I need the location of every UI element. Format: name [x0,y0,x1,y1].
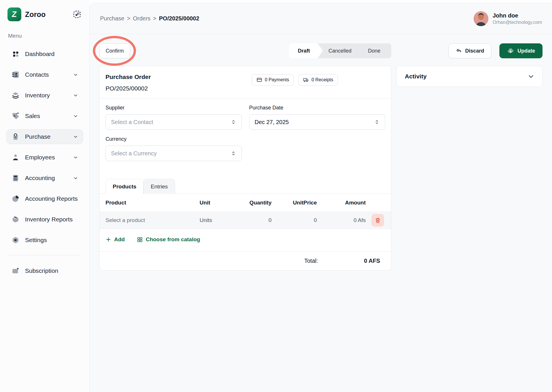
sidebar-item-employees[interactable]: Employees [6,150,83,165]
po-tabs: Products Entries [100,179,391,194]
add-row-button[interactable]: Add [106,236,125,243]
gear-icon [11,236,20,244]
brand-logo[interactable]: Z Zoroo [7,7,46,21]
brand-logo-icon: Z [7,7,21,21]
sidebar-item-inventory-reports[interactable]: Inventory Reports [6,212,83,227]
unit-cell[interactable]: Units [200,217,236,223]
payments-label: 0 Payments [265,77,289,82]
breadcrumb-separator: > [127,15,131,22]
activity-title: Activity [405,73,427,80]
user-menu[interactable]: John doe Orhan@technology.com [474,11,542,26]
table-header-row: Product Unit Quantity UnitPrice Amount [100,194,391,212]
total-value: 0 AFS [364,258,380,264]
avatar [474,11,488,26]
breadcrumb-purchase[interactable]: Purchase [100,15,124,22]
purchase-date-label: Purchase Date [249,105,386,111]
update-label: Update [518,48,535,54]
sidebar-item-label: Settings [25,237,78,244]
sidebar-item-label: Dashboard [25,51,78,57]
choose-from-catalog-button[interactable]: Choose from catalog [137,236,200,243]
plus-icon [106,237,111,242]
sidebar-item-purchase[interactable]: Purchase [6,129,83,144]
supplier-select-value: Select a Contact [111,119,153,125]
sidebar-item-contacts[interactable]: Contacts [6,67,83,82]
quantity-cell[interactable]: 0 [236,217,275,223]
table-actions: Add Choose from catalog [100,229,391,251]
brand-name: Zoroo [25,10,46,19]
grid-icon [137,237,143,243]
main-content: Purchase > Orders > PO/2025/00002 John d… [89,3,552,392]
receipts-button[interactable]: 0 Receipts [298,74,338,86]
sidebar-menu-label: Menu [8,33,81,39]
add-label: Add [114,236,125,243]
total-label: Total: [304,258,318,264]
sidebar-item-label: Sales [25,113,68,119]
table-row: Select a product Units 0 0 0 Afs [100,212,391,229]
breadcrumb-orders[interactable]: Orders [133,15,150,22]
payments-button[interactable]: 0 Payments [252,74,294,86]
col-quantity: Quantity [236,200,275,206]
contacts-icon [11,71,20,79]
currency-label: Currency [106,136,242,142]
sidebar-item-label: Purchase [25,133,68,140]
chevron-down-icon [528,73,534,80]
discard-label: Discard [465,48,484,54]
sidebar-item-label: Inventory [25,92,68,99]
subscription-card-icon [11,267,20,275]
col-unitprice: UnitPrice [276,200,321,206]
currency-select[interactable]: Select a Currency [106,146,242,161]
trash-icon [375,217,381,223]
pie-chart-icon [11,195,20,203]
sidebar-item-dashboard[interactable]: Dashboard [6,47,83,61]
sidebar: Z Zoroo Menu Dashboard [0,0,89,392]
sales-tag-icon: $ [11,112,20,120]
supplier-select[interactable]: Select a Contact [106,114,242,130]
undo-icon [456,48,462,54]
tab-products[interactable]: Products [106,179,143,194]
breadcrumb-separator: > [153,15,156,22]
activity-panel[interactable]: Activity [396,66,543,87]
sidebar-item-inventory[interactable]: Inventory [6,88,83,103]
status-step-cancelled[interactable]: Cancelled [323,48,357,54]
sidebar-item-sales[interactable]: $ Sales [6,109,83,123]
tab-entries[interactable]: Entries [143,179,175,194]
updown-chevron-icon [231,119,236,125]
inventory-icon [11,91,20,99]
purchase-bag-icon [11,133,20,141]
product-select-cell[interactable]: Select a product [106,217,200,223]
status-step-draft[interactable]: Draft [289,43,323,58]
dashboard-icon [11,50,20,58]
sidebar-item-accounting-reports[interactable]: Accounting Reports [6,191,83,206]
sidebar-item-accounting[interactable]: Accounting [6,171,83,186]
delete-row-button[interactable] [371,214,384,227]
purchase-date-select[interactable]: Dec 27, 2025 [249,114,386,130]
update-button[interactable]: Update [499,43,543,58]
chevron-down-icon [73,72,78,77]
sidebar-item-settings[interactable]: Settings [6,233,83,248]
accounting-calculator-icon [11,174,20,182]
purchase-date-value: Dec 27, 2025 [255,119,289,125]
catalog-label: Choose from catalog [146,236,200,243]
order-card-title: Purchase Order [106,74,151,80]
updown-chevron-icon [231,150,236,156]
amount-cell: 0 Afs [321,217,370,223]
sidebar-item-label: Subscription [25,267,78,274]
sidebar-item-subscription[interactable]: Subscription [6,263,83,278]
employees-icon [11,153,20,161]
col-amount: Amount [321,200,370,206]
page-header: Purchase > Orders > PO/2025/00002 John d… [90,3,552,34]
total-row: Total: 0 AFS [100,251,391,270]
chevron-down-icon [73,114,78,118]
unitprice-cell[interactable]: 0 [276,217,321,223]
sidebar-item-label: Employees [25,154,68,161]
chevron-down-icon [73,93,78,98]
status-pipeline: Draft Cancelled Done [289,43,391,58]
brand-logo-letter: Z [12,10,17,18]
confirm-button[interactable]: Confirm [99,43,130,58]
receipts-label: 0 Receipts [311,77,333,82]
status-step-done[interactable]: Done [357,48,391,54]
currency-select-value: Select a Currency [111,150,157,157]
discard-button[interactable]: Discard [448,43,491,58]
sidebar-collapse-icon[interactable] [72,9,82,19]
order-number: PO/2025/00002 [106,85,151,92]
